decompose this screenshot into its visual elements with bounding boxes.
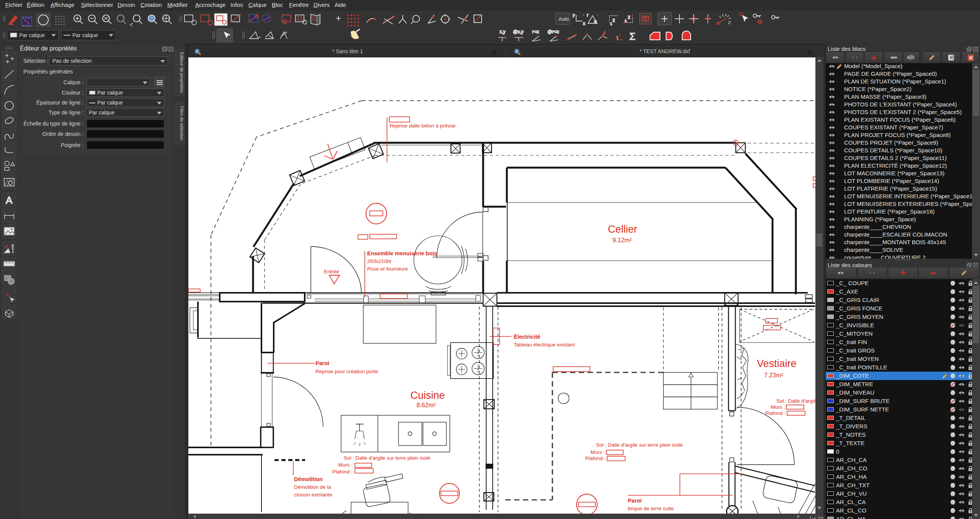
svg-text:7.23m²: 7.23m² bbox=[764, 372, 783, 379]
svg-text:@r<α: @r<α bbox=[547, 29, 559, 34]
svg-text:brique de terre cuite: brique de terre cuite bbox=[628, 506, 674, 511]
svg-text:Plafond :: Plafond : bbox=[332, 469, 353, 475]
svg-text:Par calque: Par calque bbox=[19, 32, 45, 38]
svg-text:x: x bbox=[583, 21, 585, 26]
svg-text:Reprise pour création porte: Reprise pour création porte bbox=[315, 369, 378, 374]
svg-text:y: y bbox=[573, 13, 575, 17]
svg-text:8.62m²: 8.62m² bbox=[416, 402, 436, 408]
svg-text:293x210ht: 293x210ht bbox=[367, 258, 392, 264]
svg-text:Tableau électrique existant: Tableau électrique existant bbox=[514, 342, 575, 348]
svg-text:Σ: Σ bbox=[629, 31, 635, 42]
svg-text:Reprise dalle béton à prévoir: Reprise dalle béton à prévoir bbox=[390, 123, 456, 129]
svg-text:Par calque: Par calque bbox=[72, 32, 98, 38]
svg-text:1: 1 bbox=[610, 22, 612, 26]
svg-text:Paroi: Paroi bbox=[315, 360, 329, 366]
svg-text:Électricité: Électricité bbox=[514, 334, 540, 340]
svg-text:A: A bbox=[6, 194, 13, 206]
svg-text:Sol : Dalle d'argile sur terre: Sol : Dalle d'argile sur terre plein iso… bbox=[596, 442, 683, 448]
svg-text:Ensemble menuiserie bois: Ensemble menuiserie bois bbox=[367, 250, 437, 256]
svg-text:Démolition: Démolition bbox=[294, 476, 323, 482]
svg-text:Plafond :: Plafond : bbox=[585, 455, 606, 461]
svg-text:cloison existante: cloison existante bbox=[294, 492, 332, 498]
svg-text:Paroi: Paroi bbox=[628, 498, 642, 504]
svg-text:Cuisine: Cuisine bbox=[410, 390, 445, 401]
svg-text:Cellier: Cellier bbox=[608, 224, 637, 235]
svg-text:Auto: Auto bbox=[559, 16, 569, 22]
svg-text:Murs :: Murs : bbox=[338, 462, 353, 468]
svg-text:2: 2 bbox=[612, 18, 615, 23]
svg-text:Plafond :: Plafond : bbox=[765, 410, 786, 416]
svg-text:2: 2 bbox=[628, 15, 630, 20]
svg-text:Murs :: Murs : bbox=[590, 449, 605, 455]
svg-text:a: a bbox=[594, 19, 597, 23]
svg-text:Démolition de la: Démolition de la bbox=[294, 484, 331, 490]
svg-text:r: r bbox=[587, 13, 588, 17]
svg-text:Murs :: Murs : bbox=[771, 404, 785, 410]
svg-text:Entrée: Entrée bbox=[324, 269, 339, 274]
svg-text:9.12m²: 9.12m² bbox=[612, 237, 632, 243]
svg-text:x,y: x,y bbox=[500, 29, 505, 34]
svg-text:1: 1 bbox=[625, 19, 627, 23]
svg-text:Sol : Dalle d'argile: Sol : Dalle d'argile bbox=[776, 398, 817, 404]
svg-text:r<α: r<α bbox=[532, 29, 539, 34]
svg-text:@x,y: @x,y bbox=[513, 29, 524, 34]
svg-text:Sol : Dalle d'argile sur terre: Sol : Dalle d'argile sur terre plein iso… bbox=[344, 455, 430, 461]
svg-text:Vestiaire: Vestiaire bbox=[757, 358, 797, 369]
svg-text:Pose et fourniture: Pose et fourniture bbox=[367, 266, 408, 272]
